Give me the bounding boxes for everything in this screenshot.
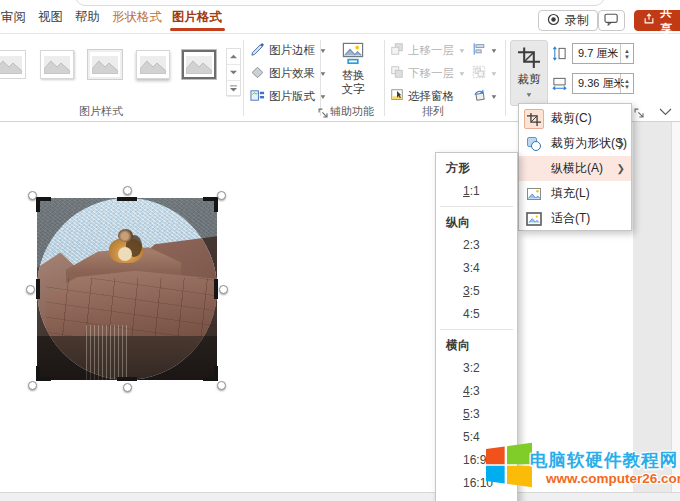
- aspect-ratio-5-3[interactable]: 5:3: [436, 403, 517, 426]
- crop-dropdown-menu: 裁剪(C) 裁剪为形状(S) ❯ 纵横比(A) ❯ 填充(L) 适合(T): [518, 103, 632, 231]
- crop-handle-bottom[interactable]: [117, 377, 137, 381]
- picture-style-thumbnail-4[interactable]: [136, 50, 170, 79]
- group-separator: [384, 40, 385, 116]
- fit-icon: [524, 209, 544, 229]
- menu-item-fit-label: 适合(T): [551, 210, 590, 227]
- send-backward-button[interactable]: 下移一层 ▼: [390, 65, 466, 81]
- rotate-button[interactable]: ▼: [472, 88, 498, 104]
- crop-handle-top-right[interactable]: [203, 197, 218, 212]
- alt-text-icon: [341, 41, 365, 67]
- crop-handle-bottom-left[interactable]: [36, 366, 51, 381]
- group-button[interactable]: ▼: [472, 65, 498, 81]
- shape-width-field[interactable]: 9.36 厘米 ▲▼: [572, 73, 634, 94]
- selected-picture[interactable]: [37, 198, 217, 380]
- record-button[interactable]: 录制: [538, 10, 598, 31]
- fill-icon: [524, 184, 544, 204]
- crop-button[interactable]: 裁剪 ▼: [510, 40, 548, 106]
- bring-forward-button[interactable]: 上移一层 ▼: [390, 42, 466, 58]
- status-bar: [0, 492, 680, 501]
- crop-handle-top[interactable]: [117, 197, 137, 201]
- shape-height-field[interactable]: 9.7 厘米 ▲▼: [572, 43, 634, 64]
- aspect-ratio-4-5[interactable]: 4:5: [436, 303, 517, 326]
- layout-icon: [250, 88, 265, 105]
- gallery-scroll-down-button[interactable]: [227, 65, 240, 81]
- active-tab-underline: [170, 28, 225, 31]
- pen-icon: [250, 42, 265, 59]
- aspect-ratio-1-1[interactable]: 1:1: [436, 180, 517, 203]
- dialog-launcher-icon[interactable]: [634, 105, 646, 117]
- tab-picture-format[interactable]: 图片格式: [172, 9, 222, 26]
- chevron-down-icon: ▼: [490, 46, 498, 53]
- picture-layout-button[interactable]: 图片版式 ▼: [250, 88, 327, 105]
- resize-handle-left[interactable]: [26, 285, 35, 294]
- crop-icon: [518, 46, 540, 70]
- aspect-ratio-16-9[interactable]: 16:9: [436, 449, 517, 472]
- powerpoint-window: 审阅 视图 帮助 形状格式 图片格式 录制 共享: [0, 0, 680, 501]
- ribbon-tab-bar: 审阅 视图 帮助 形状格式 图片格式 录制 共享: [0, 0, 680, 33]
- menu-item-fit[interactable]: 适合(T): [519, 206, 631, 231]
- picture-border-button[interactable]: 图片边框 ▼: [250, 42, 327, 59]
- resize-handle-top-right[interactable]: [217, 191, 226, 200]
- picture-style-thumbnail-2[interactable]: [40, 50, 74, 79]
- aspect-ratio-3-4[interactable]: 3:4: [436, 257, 517, 280]
- collapse-ribbon-icon[interactable]: [659, 102, 672, 120]
- crop-handle-bottom-right[interactable]: [203, 366, 218, 381]
- resize-handle-top-left[interactable]: [28, 191, 37, 200]
- resize-handle-bottom[interactable]: [123, 383, 132, 392]
- picture-style-thumbnail-1[interactable]: [0, 50, 26, 79]
- crop-handle-right[interactable]: [214, 279, 218, 299]
- bring-forward-label: 上移一层: [408, 43, 454, 58]
- submenu-arrow-icon: ❯: [617, 138, 625, 149]
- submenu-separator: [440, 329, 513, 330]
- crop-handle-top-left[interactable]: [36, 197, 51, 212]
- aspect-ratio-3-5[interactable]: 3:5: [436, 280, 517, 303]
- monkey: [109, 232, 143, 263]
- aspect-ratio-3-2[interactable]: 3:2: [436, 357, 517, 380]
- aspect-ratio-4-3[interactable]: 4:3: [436, 380, 517, 403]
- comments-button[interactable]: [598, 10, 625, 31]
- align-button[interactable]: ▼: [472, 42, 498, 58]
- picture-style-thumbnail-3[interactable]: [88, 50, 122, 79]
- vertical-scrollbar[interactable]: [671, 122, 680, 501]
- tab-view[interactable]: 视图: [38, 9, 63, 26]
- picture-style-thumbnail-5-selected[interactable]: [182, 50, 216, 79]
- submenu-separator: [440, 206, 513, 207]
- alt-text-button[interactable]: 替换文字: [328, 41, 378, 97]
- shape-height-value: 9.7 厘米: [578, 46, 618, 61]
- crop-label: 裁剪: [518, 72, 541, 87]
- submenu-header-portrait: 纵向: [436, 210, 517, 234]
- chevron-down-icon: ▼: [490, 92, 498, 99]
- aspect-ratio-2-3[interactable]: 2:3: [436, 234, 517, 257]
- tab-review[interactable]: 审阅: [1, 9, 26, 26]
- menu-item-aspect-ratio[interactable]: 纵横比(A) ❯: [519, 156, 631, 181]
- menu-item-crop-to-shape[interactable]: 裁剪为形状(S) ❯: [519, 131, 631, 156]
- resize-handle-bottom-right[interactable]: [217, 381, 226, 390]
- share-icon: [643, 13, 655, 28]
- resize-handle-bottom-left[interactable]: [28, 381, 37, 390]
- gallery-more-button[interactable]: [227, 81, 240, 97]
- tab-help[interactable]: 帮助: [75, 9, 100, 26]
- record-label: 录制: [565, 12, 589, 29]
- picture-crop-ellipse: [37, 198, 217, 380]
- menu-item-fill[interactable]: 填充(L): [519, 181, 631, 206]
- width-spinner[interactable]: ▲▼: [620, 74, 633, 93]
- height-spinner[interactable]: ▲▼: [620, 44, 633, 63]
- group-separator: [505, 40, 506, 116]
- aspect-ratio-5-4[interactable]: 5:4: [436, 426, 517, 449]
- tab-shape-format[interactable]: 形状格式: [112, 9, 162, 26]
- crop-handle-left[interactable]: [36, 279, 40, 299]
- send-backward-icon: [390, 65, 404, 81]
- menu-item-crop[interactable]: 裁剪(C): [519, 106, 631, 131]
- rotate-icon: [472, 88, 486, 104]
- share-button[interactable]: 共享: [634, 10, 680, 31]
- aspect-ratio-16-10[interactable]: 16:10: [436, 472, 517, 495]
- picture-effects-button[interactable]: 图片效果 ▼: [250, 65, 327, 82]
- resize-handle-top[interactable]: [123, 186, 132, 195]
- selection-pane-button[interactable]: 选择窗格: [390, 88, 454, 104]
- record-icon: [547, 13, 560, 29]
- resize-handle-right[interactable]: [219, 285, 228, 294]
- gallery-scroll-up-button[interactable]: [227, 49, 240, 65]
- monkey-photo: [37, 198, 217, 380]
- chevron-down-icon: ▼: [458, 69, 466, 76]
- menu-item-crop-to-shape-label: 裁剪为形状(S): [551, 135, 627, 152]
